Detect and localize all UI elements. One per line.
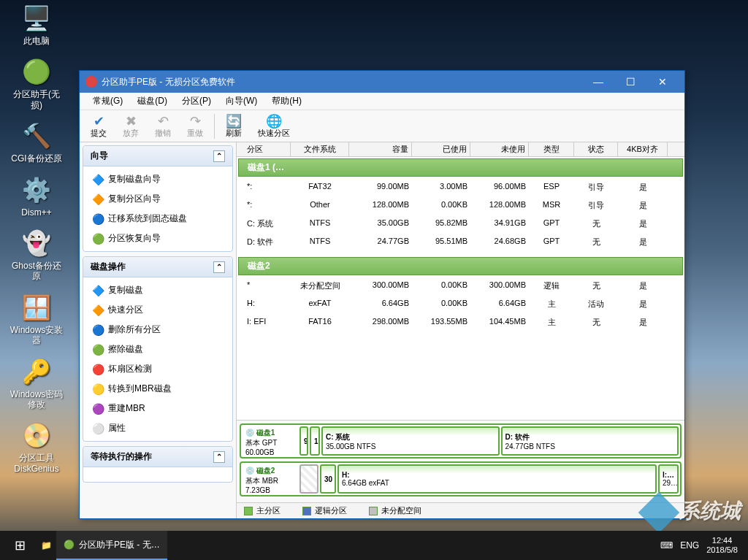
disk-ops-panel-header[interactable]: 磁盘操作 ⌃ [83, 257, 232, 277]
partition-row[interactable]: C: 系统NTFS35.00GB95.82MB34.91GBGPT无是 [237, 215, 684, 233]
partition-block[interactable]: H:6.64GB exFAT [337, 464, 657, 494]
partition-block[interactable]: I:…29… [658, 464, 679, 494]
disk-group-header[interactable]: 磁盘2 [238, 257, 683, 275]
desktop-icon-5[interactable]: 🪟Windows安装器 [4, 293, 69, 346]
desktop-icon-0[interactable]: 🖥️此电脑 [4, 4, 69, 46]
cell: 是 [618, 217, 668, 231]
desktop-icon-2[interactable]: 🔨CGI备份还原 [4, 121, 69, 164]
collapse-icon[interactable]: ⌃ [213, 261, 225, 273]
cell: 193.55MB [412, 315, 470, 329]
file-explorer-task[interactable]: 📁 [37, 531, 56, 560]
desktop-icons-area: 🖥️此电脑🟢分区助手(无损)🔨CGI备份还原⚙️Dism++👻Ghost备份还原… [0, 0, 73, 488]
date-text: 2018/5/8 [706, 545, 738, 555]
toolbar-提交[interactable]: ✔提交 [83, 111, 115, 141]
partition-block[interactable] [299, 464, 318, 494]
cell: 95.82MB [412, 217, 470, 231]
desktop-icon-1[interactable]: 🟢分区助手(无损) [4, 57, 69, 110]
cell: 298.00MB [349, 315, 412, 329]
menu-item[interactable]: 向导(W) [218, 95, 264, 107]
clock[interactable]: 12:44 2018/5/8 [706, 536, 738, 555]
partition-row[interactable]: *:FAT3299.00MB3.00MB96.00MBESP引导是 [237, 178, 684, 196]
minimize-button[interactable]: — [582, 71, 614, 93]
cell: I: EFI [237, 315, 291, 329]
partition-grid-body[interactable]: 磁盘1 (…*:FAT3299.00MB3.00MB96.00MBESP引导是*… [237, 157, 684, 420]
partition-block[interactable]: 30 [320, 464, 336, 494]
icon-image: 👻 [22, 229, 51, 258]
cell: 0.00KB [412, 297, 470, 311]
partition-block[interactable]: D: 软件24.77GB NTFS [501, 426, 679, 456]
column-header[interactable]: 类型 [529, 142, 574, 156]
cell: Other [291, 199, 349, 212]
toolbar-刷新[interactable]: 🔄刷新 [218, 111, 250, 141]
column-header[interactable]: 文件系统 [291, 142, 349, 156]
panel-item[interactable]: 🔵迁移系统到固态磁盘 [83, 209, 232, 229]
cell: 引导 [574, 180, 618, 194]
keyboard-icon[interactable]: ⌨ [660, 540, 673, 551]
panel-item[interactable]: 🔶复制分区向导 [83, 189, 232, 209]
collapse-icon[interactable]: ⌃ [213, 150, 225, 162]
cell: 是 [618, 315, 668, 329]
close-button[interactable]: ✕ [646, 71, 679, 93]
maximize-button[interactable]: ☐ [614, 71, 646, 93]
partition-block[interactable]: C: 系统35.00GB NTFS [321, 426, 500, 456]
partition-block[interactable]: 9 [299, 426, 308, 456]
cell: 未分配空间 [291, 279, 349, 293]
item-icon: 🟢 [92, 344, 104, 356]
menu-item[interactable]: 帮助(H) [264, 95, 309, 107]
active-task[interactable]: 🟢 分区助手PE版 - 无… [56, 531, 167, 560]
column-header[interactable]: 容量 [349, 142, 412, 156]
item-icon: 🟣 [92, 403, 104, 415]
panel-item[interactable]: 🔵删除所有分区 [83, 320, 232, 340]
disk-info[interactable]: 💿 磁盘1基本 GPT60.00GB [243, 426, 298, 456]
panel-item[interactable]: 🔷复制磁盘 [83, 280, 232, 300]
item-icon: 🔴 [92, 364, 104, 375]
toolbar-快速分区[interactable]: 🌐快速分区 [250, 111, 298, 141]
watermark-icon [638, 492, 680, 534]
cell: MSR [529, 199, 574, 212]
partition-assistant-window: 分区助手PE版 - 无损分区免费软件 — ☐ ✕ 常规(G)磁盘(D)分区(P)… [79, 70, 685, 519]
item-icon: 🔶 [92, 193, 104, 205]
desktop-icon-7[interactable]: 📀分区工具DiskGenius [4, 421, 69, 474]
cell: H: [237, 297, 291, 311]
column-header[interactable]: 分区 [237, 142, 291, 156]
titlebar[interactable]: 分区助手PE版 - 无损分区免费软件 — ☐ ✕ [80, 71, 684, 93]
pending-ops-header[interactable]: 等待执行的操作 ⌃ [83, 447, 232, 467]
partition-block[interactable]: 1 [310, 426, 320, 456]
menu-item[interactable]: 常规(G) [85, 95, 130, 107]
panel-item[interactable]: 🟡转换到MBR磁盘 [83, 379, 232, 399]
start-button[interactable]: ⊞ [3, 531, 37, 560]
desktop-icon-4[interactable]: 👻Ghost备份还原 [4, 229, 69, 282]
panel-item[interactable]: ⚪属性 [83, 418, 232, 438]
cell: *: [237, 199, 291, 212]
column-header[interactable]: 已使用 [412, 142, 470, 156]
panel-item[interactable]: 🔴坏扇区检测 [83, 359, 232, 379]
legend-swatch [369, 507, 378, 515]
partition-row[interactable]: *未分配空间300.00MB0.00KB300.00MB逻辑无是 [237, 277, 684, 295]
column-header[interactable]: 4KB对齐 [618, 142, 668, 156]
menu-item[interactable]: 分区(P) [175, 95, 218, 107]
partition-row[interactable]: *:Other128.00MB0.00KB128.00MBMSR引导是 [237, 196, 684, 215]
item-label: 坏扇区检测 [108, 363, 152, 375]
desktop-icon-3[interactable]: ⚙️Dism++ [4, 175, 69, 218]
wizard-panel-header[interactable]: 向导 ⌃ [83, 146, 232, 166]
column-header[interactable]: 未使用 [470, 142, 529, 156]
menu-item[interactable]: 磁盘(D) [130, 95, 175, 107]
partition-row[interactable]: H:exFAT6.64GB0.00KB6.64GB主活动是 [237, 295, 684, 313]
panel-item[interactable]: 🟢擦除磁盘 [83, 340, 232, 359]
panel-item[interactable]: 🔷复制磁盘向导 [83, 169, 232, 189]
panel-item[interactable]: 🟢分区恢复向导 [83, 229, 232, 248]
panel-item[interactable]: 🔶快速分区 [83, 300, 232, 320]
collapse-icon[interactable]: ⌃ [213, 451, 225, 463]
cell: 逻辑 [529, 279, 574, 293]
partition-row[interactable]: D: 软件NTFS24.77GB95.51MB24.68GBGPT无是 [237, 233, 684, 251]
panel-item[interactable]: 🟣重建MBR [83, 399, 232, 418]
disk-group-header[interactable]: 磁盘1 (… [238, 158, 683, 177]
partition-row[interactable]: I: EFIFAT16298.00MB193.55MB104.45MB主无是 [237, 313, 684, 331]
item-icon: 🟡 [92, 383, 104, 395]
cell: ESP [529, 180, 574, 194]
disk-info[interactable]: 💿 磁盘2基本 MBR7.23GB [243, 464, 298, 494]
language-indicator[interactable]: ENG [680, 540, 699, 551]
desktop-icon-6[interactable]: 🔑Windows密码修改 [4, 357, 69, 410]
column-header[interactable]: 状态 [574, 142, 618, 156]
cell: D: 软件 [237, 235, 291, 249]
